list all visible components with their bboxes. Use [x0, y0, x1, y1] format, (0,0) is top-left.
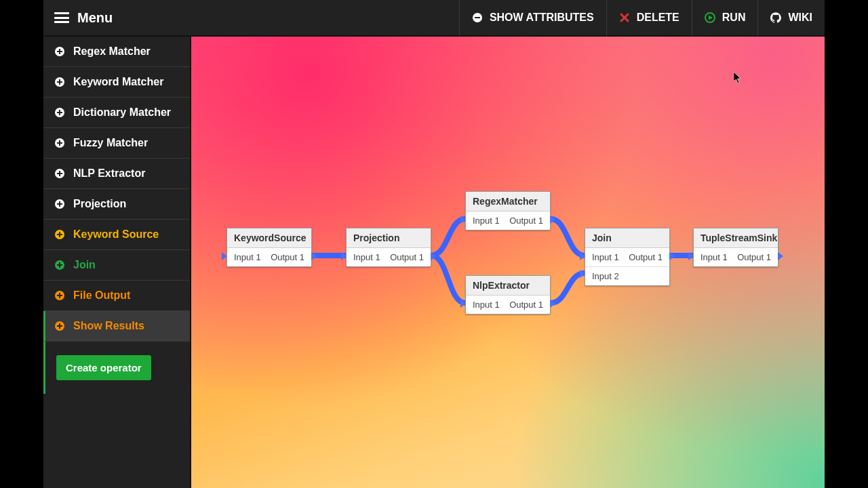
svg-rect-15: [57, 142, 62, 144]
sidebar: Regex MatcherKeyword MatcherDictionary M…: [43, 37, 191, 488]
sidebar-item-label: Projection: [73, 198, 126, 210]
node-tuple-stream-sink[interactable]: TupleStreamSinkInput 1Output 1: [693, 228, 778, 267]
svg-rect-9: [57, 81, 62, 83]
port-in-icon[interactable]: [460, 216, 466, 224]
app-frame: Menu SHOW ATTRIBUTES DELETE RUN WIK: [43, 0, 825, 488]
node-input-label: Input 2: [592, 271, 619, 281]
port-in-icon[interactable]: [580, 270, 585, 278]
node-nlp-extractor[interactable]: NlpExtractorInput 1Output 1: [465, 275, 551, 314]
sidebar-item-join[interactable]: Join: [43, 250, 190, 281]
sidebar-item-label: Keyword Source: [73, 228, 159, 241]
port-out-icon[interactable]: [669, 252, 675, 260]
sidebar-item-label: Dictionary Matcher: [73, 106, 171, 119]
node-output-label: Output 1: [390, 252, 424, 262]
node-title: RegexMatcher: [466, 192, 550, 211]
sidebar-item-dictionary-matcher[interactable]: Dictionary Matcher: [43, 98, 190, 128]
port-in-icon[interactable]: [341, 252, 347, 260]
svg-rect-6: [57, 51, 62, 52]
x-icon: [619, 12, 630, 23]
node-input-label: Input 1: [473, 216, 500, 226]
plus-circle-icon: [54, 199, 65, 209]
node-title: TupleStreamSink: [694, 228, 778, 248]
github-icon: [770, 12, 781, 23]
port-out-icon[interactable]: [778, 252, 783, 260]
sidebar-item-keyword-matcher[interactable]: Keyword Matcher: [43, 67, 190, 98]
menu-label: Menu: [77, 10, 113, 26]
sidebar-item-label: Fuzzy Matcher: [73, 137, 148, 149]
sidebar-item-keyword-source[interactable]: Keyword Source: [43, 220, 190, 250]
svg-rect-24: [57, 234, 62, 235]
node-input-label: Input 1: [473, 300, 500, 310]
node-port-row: Input 1Output 1: [585, 248, 669, 266]
run-label: RUN: [722, 12, 746, 24]
node-input-label: Input 1: [592, 252, 619, 262]
node-regex-matcher[interactable]: RegexMatcherInput 1Output 1: [465, 191, 551, 230]
node-title: NlpExtractor: [466, 276, 550, 296]
svg-rect-27: [57, 264, 62, 266]
play-circle-icon: [705, 12, 715, 23]
sidebar-item-projection[interactable]: Projection: [43, 189, 190, 220]
node-port-row: Input 2: [585, 266, 669, 285]
node-title: Join: [585, 228, 669, 248]
lower-area: Regex MatcherKeyword MatcherDictionary M…: [43, 37, 825, 488]
sidebar-item-file-output[interactable]: File Output: [43, 281, 190, 311]
port-in-icon[interactable]: [580, 252, 585, 260]
svg-rect-1: [475, 17, 480, 18]
node-port-row: Input 1Output 1: [347, 248, 431, 266]
wiki-button[interactable]: WIKI: [757, 0, 825, 36]
node-output-label: Output 1: [271, 252, 304, 262]
port-in-icon[interactable]: [688, 252, 694, 260]
node-keyword-source[interactable]: KeywordSourceInput 1Output 1: [226, 228, 312, 267]
node-input-label: Input 1: [353, 252, 380, 262]
create-operator-wrap: Create operator: [43, 342, 190, 394]
svg-rect-21: [57, 203, 62, 205]
wiki-label: WIKI: [788, 12, 812, 24]
topbar: Menu SHOW ATTRIBUTES DELETE RUN WIK: [43, 0, 825, 37]
svg-rect-18: [57, 173, 62, 174]
port-out-icon[interactable]: [550, 300, 555, 308]
workflow-canvas[interactable]: KeywordSourceInput 1Output 1ProjectionIn…: [191, 37, 825, 488]
svg-rect-30: [57, 295, 62, 296]
show-attributes-button[interactable]: SHOW ATTRIBUTES: [459, 0, 606, 36]
show-attributes-label: SHOW ATTRIBUTES: [490, 12, 594, 24]
node-input-label: Input 1: [234, 252, 261, 262]
sidebar-item-label: Regex Matcher: [73, 45, 151, 58]
svg-rect-33: [57, 325, 62, 327]
node-output-label: Output 1: [737, 252, 771, 262]
node-port-row: Input 1Output 1: [227, 248, 311, 266]
plus-circle-icon: [54, 46, 65, 57]
svg-marker-3: [709, 16, 713, 20]
sidebar-item-label: Join: [73, 259, 96, 271]
create-operator-button[interactable]: Create operator: [56, 355, 151, 380]
sidebar-item-label: Keyword Matcher: [73, 76, 163, 88]
sidebar-item-fuzzy-matcher[interactable]: Fuzzy Matcher: [43, 128, 190, 159]
delete-label: DELETE: [637, 12, 679, 24]
node-port-row: Input 1Output 1: [694, 248, 778, 266]
svg-rect-12: [57, 112, 62, 113]
delete-button[interactable]: DELETE: [606, 0, 692, 36]
plus-circle-icon: [54, 260, 65, 270]
hamburger-icon: [54, 12, 69, 23]
port-out-icon[interactable]: [431, 252, 436, 260]
sidebar-item-label: Show Results: [73, 320, 144, 332]
node-projection[interactable]: ProjectionInput 1Output 1: [346, 228, 431, 267]
port-out-icon[interactable]: [311, 252, 317, 260]
port-in-icon[interactable]: [222, 252, 227, 260]
sidebar-item-show-results[interactable]: Show Results: [43, 311, 190, 342]
node-output-label: Output 1: [509, 216, 543, 226]
node-join[interactable]: JoinInput 1Output 1Input 2: [585, 228, 670, 286]
sidebar-item-label: NLP Extractor: [73, 167, 145, 180]
node-port-row: Input 1Output 1: [466, 211, 550, 230]
port-in-icon[interactable]: [460, 300, 466, 308]
plus-circle-icon: [54, 107, 65, 118]
plus-circle-icon: [54, 138, 65, 148]
sidebar-item-regex-matcher[interactable]: Regex Matcher: [43, 37, 190, 67]
port-out-icon[interactable]: [550, 216, 555, 224]
run-button[interactable]: RUN: [692, 0, 758, 36]
sidebar-item-nlp-extractor[interactable]: NLP Extractor: [43, 159, 190, 189]
menu-button[interactable]: Menu: [43, 10, 113, 26]
plus-circle-icon: [54, 290, 65, 301]
node-title: KeywordSource: [227, 228, 311, 248]
node-output-label: Output 1: [629, 252, 663, 262]
node-input-label: Input 1: [701, 252, 728, 262]
